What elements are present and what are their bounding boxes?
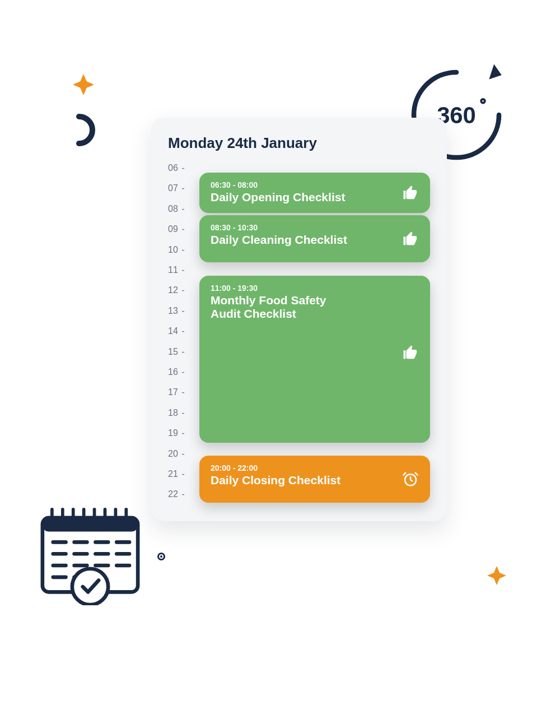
- event-title: Daily Closing Checklist: [211, 474, 356, 487]
- sparkle-icon: [487, 566, 506, 585]
- hour-label: 10-: [168, 245, 185, 255]
- hour-label: 11-: [168, 265, 185, 275]
- hour-label: 12-: [168, 285, 185, 295]
- thumbs-up-icon: [402, 184, 419, 201]
- svg-point-27: [72, 569, 108, 605]
- event-audit[interactable]: 11:00 - 19:30Monthly Food Safety Audit C…: [199, 276, 430, 443]
- sparkle-icon: [73, 74, 94, 95]
- event-cleaning[interactable]: 08:30 - 10:30Daily Cleaning Checklist: [199, 215, 430, 262]
- hour-label: 15-: [168, 347, 185, 357]
- hour-label: 06-: [168, 163, 185, 173]
- event-opening[interactable]: 06:30 - 08:00Daily Opening Checklist: [199, 173, 430, 213]
- svg-marker-0: [489, 64, 504, 82]
- event-title: Daily Opening Checklist: [211, 191, 356, 204]
- dot-decoration: [157, 553, 165, 560]
- svg-rect-12: [43, 518, 138, 532]
- hour-label: 14-: [168, 326, 185, 336]
- hour-label: 21-: [168, 469, 185, 479]
- hour-label: 20-: [168, 449, 185, 459]
- events-area: 06:30 - 08:00Daily Opening Checklist08:3…: [199, 163, 430, 505]
- event-time: 06:30 - 08:00: [211, 180, 419, 189]
- hour-label: 16-: [168, 367, 185, 377]
- event-time: 11:00 - 19:30: [211, 284, 419, 293]
- hour-label: 08-: [168, 204, 185, 214]
- card-date-title: Monday 24th January: [168, 135, 430, 152]
- hour-label: 13-: [168, 306, 185, 316]
- hour-label: 07-: [168, 183, 185, 193]
- alarm-icon: [402, 471, 419, 488]
- thumbs-up-icon: [402, 344, 419, 361]
- timeline: 06-07-08-09-10-11-12-13-14-15-16-17-18-1…: [168, 163, 430, 505]
- event-time: 20:00 - 22:00: [211, 463, 419, 472]
- hour-label: 19-: [168, 428, 185, 438]
- event-time: 08:30 - 10:30: [211, 223, 419, 232]
- event-title: Daily Cleaning Checklist: [211, 233, 356, 247]
- calendar-check-icon: [37, 507, 143, 608]
- hour-label: 18-: [168, 408, 185, 418]
- event-title: Monthly Food Safety Audit Checklist: [211, 294, 356, 321]
- arc-decoration: [76, 113, 101, 149]
- svg-point-2: [481, 99, 485, 103]
- hour-label: 17-: [168, 387, 185, 397]
- schedule-card: Monday 24th January 06-07-08-09-10-11-12…: [151, 118, 447, 521]
- hour-label: 22-: [168, 489, 185, 499]
- hour-column: 06-07-08-09-10-11-12-13-14-15-16-17-18-1…: [168, 163, 199, 505]
- hour-label: 09-: [168, 224, 185, 234]
- thumbs-up-icon: [402, 230, 419, 247]
- event-closing[interactable]: 20:00 - 22:00Daily Closing Checklist: [199, 456, 430, 503]
